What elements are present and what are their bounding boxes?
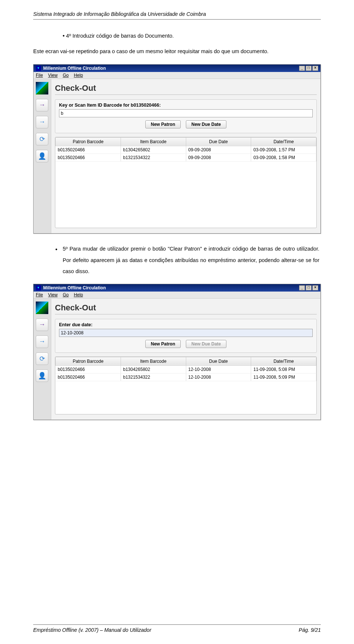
arrow-right-blue-icon[interactable]: →: [36, 335, 48, 348]
window-controls-1: _ □ ×: [299, 66, 318, 71]
cell: 12-10-2008: [186, 365, 251, 373]
cell: 03-09-2008, 1:58 PM: [251, 154, 316, 161]
menu-view[interactable]: View: [48, 73, 58, 78]
mid-bullet-paragraph: 5º Para mudar de utilizador premir o bot…: [63, 243, 321, 277]
close-button[interactable]: ×: [312, 285, 318, 290]
checkout-table-1: Patron Barcode Item Barcode Due Date Dat…: [55, 137, 316, 228]
due-date-input[interactable]: [59, 329, 313, 337]
patron-icon[interactable]: 👤: [36, 150, 48, 162]
cell: 12-10-2008: [186, 373, 251, 381]
col-header[interactable]: Date/Time: [251, 357, 316, 365]
page-header: Sistema Integrado de Informação Bibliogr…: [33, 11, 321, 20]
titlebar-1: Millennium Offline Circulation _ □ ×: [34, 65, 320, 72]
window-title-2: Millennium Offline Circulation: [43, 285, 106, 290]
footer-right: Pág. 9/21: [299, 627, 321, 633]
col-header[interactable]: Due Date: [186, 357, 251, 365]
cell: b1321534322: [121, 154, 186, 161]
intro-bullet: 4º Introduzir código de barras do Docume…: [63, 31, 321, 41]
logo-icon: [36, 302, 48, 314]
arrow-right-purple-icon[interactable]: →: [36, 99, 48, 111]
cell: b0135020466: [56, 154, 121, 161]
new-due-label: New Due Date: [191, 122, 221, 127]
cell: 11-09-2008, 5:08 PM: [251, 365, 316, 373]
new-due-label: New Due Date: [191, 341, 221, 347]
table-header-row: Patron Barcode Item Barcode Due Date Dat…: [56, 357, 316, 365]
menu-bar-1: File View Go Help: [34, 72, 320, 79]
new-due-date-button-2[interactable]: New Due Date: [186, 340, 226, 348]
checkout-heading-2: Check-Out: [55, 303, 317, 314]
app-window-1: Millennium Offline Circulation _ □ × Fil…: [33, 64, 321, 234]
prompt-label-2: Enter due date:: [59, 322, 313, 327]
maximize-button[interactable]: □: [306, 66, 312, 71]
col-header[interactable]: Patron Barcode: [56, 357, 121, 365]
cell: 03-09-2008, 1:57 PM: [251, 146, 316, 154]
cell: b0135020466: [56, 373, 121, 381]
checkout-heading-1: Check-Out: [55, 83, 317, 95]
barcode-input-1[interactable]: [59, 109, 313, 117]
new-patron-button-2[interactable]: New Patron: [145, 340, 181, 348]
new-patron-button-1[interactable]: New Patron: [145, 120, 181, 128]
table-row: b0135020466 b1321534322 09-09-2008 03-09…: [56, 154, 316, 161]
patron-icon[interactable]: 👤: [36, 369, 48, 382]
side-toolbar-1: → → ⟳ 👤: [34, 79, 51, 234]
cell: b1304265802: [121, 365, 186, 373]
menu-help[interactable]: Help: [74, 73, 83, 78]
side-toolbar-2: → → ⟳ 👤: [34, 299, 51, 420]
menu-bar-2: File View Go Help: [34, 292, 320, 299]
cell: b1304265802: [121, 146, 186, 154]
cell: b1321534322: [121, 373, 186, 381]
window-title-1: Millennium Offline Circulation: [43, 66, 106, 71]
page-footer: Empréstimo Offline (v. 2007) – Manual do…: [33, 624, 321, 633]
logo-icon: [36, 82, 48, 94]
col-header[interactable]: Item Barcode: [121, 137, 186, 146]
app-icon: [36, 66, 41, 71]
table-row: b0135020466 b1304265802 09-09-2008 03-09…: [56, 146, 316, 154]
intro-paragraph: Este ecran vai-se repetindo para o caso …: [33, 46, 321, 58]
window-controls-2: _ □ ×: [299, 285, 318, 290]
intro-bullet-text: 4º Introduzir código de barras do Docume…: [66, 33, 174, 39]
col-header[interactable]: Date/Time: [251, 137, 316, 146]
cell: b0135020466: [56, 365, 121, 373]
arrow-right-blue-icon[interactable]: →: [36, 116, 48, 128]
menu-go[interactable]: Go: [63, 73, 69, 78]
cell: b0135020466: [56, 146, 121, 154]
col-header[interactable]: Due Date: [186, 137, 251, 146]
app-icon: [36, 285, 41, 290]
titlebar-2: Millennium Offline Circulation _ □ ×: [34, 284, 320, 292]
menu-file[interactable]: File: [36, 73, 43, 78]
arrow-right-purple-icon[interactable]: →: [36, 318, 48, 331]
table-row: b0135020466 b1304265802 12-10-2008 11-09…: [56, 365, 316, 373]
menu-view[interactable]: View: [48, 292, 58, 297]
footer-left: Empréstimo Offline (v. 2007) – Manual do…: [33, 627, 151, 633]
cell: 09-09-2008: [186, 154, 251, 161]
checkout-table-2: Patron Barcode Item Barcode Due Date Dat…: [55, 357, 316, 414]
new-patron-label: New Patron: [151, 122, 175, 127]
table-row: b0135020466 b1321534322 12-10-2008 11-09…: [56, 373, 316, 381]
new-due-date-button-1[interactable]: New Due Date: [186, 120, 226, 128]
menu-go[interactable]: Go: [63, 292, 69, 297]
refresh-icon[interactable]: ⟳: [36, 133, 48, 145]
col-header[interactable]: Patron Barcode: [56, 137, 121, 146]
minimize-button[interactable]: _: [299, 285, 305, 290]
minimize-button[interactable]: _: [299, 66, 305, 71]
menu-file[interactable]: File: [36, 292, 43, 297]
col-header[interactable]: Item Barcode: [121, 357, 186, 365]
table-header-row: Patron Barcode Item Barcode Due Date Dat…: [56, 137, 316, 146]
maximize-button[interactable]: □: [306, 285, 312, 290]
menu-help[interactable]: Help: [74, 292, 83, 297]
cell: 11-09-2008, 5:09 PM: [251, 373, 316, 381]
close-button[interactable]: ×: [312, 66, 318, 71]
app-window-2: Millennium Offline Circulation _ □ × Fil…: [33, 284, 321, 420]
refresh-icon[interactable]: ⟳: [36, 352, 48, 365]
cell: 09-09-2008: [186, 146, 251, 154]
new-patron-label: New Patron: [151, 341, 175, 347]
prompt-label-1: Key or Scan Item ID Barcode for b0135020…: [59, 103, 313, 108]
